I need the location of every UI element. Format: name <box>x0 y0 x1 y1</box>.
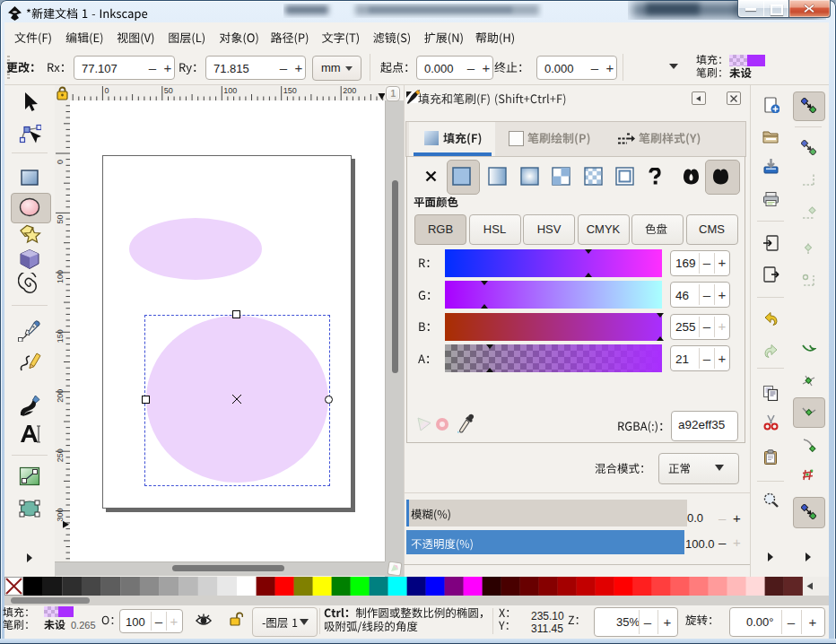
svg-text:100: 100 <box>223 86 237 95</box>
svg-text:100: 100 <box>56 270 65 283</box>
svg-text:50: 50 <box>164 86 173 95</box>
svg-text:200: 200 <box>343 86 356 95</box>
svg-text:0: 0 <box>56 160 65 164</box>
svg-text:200: 200 <box>56 389 65 403</box>
svg-text:150: 150 <box>283 86 297 95</box>
svg-text:150: 150 <box>56 329 65 343</box>
svg-text:50: 50 <box>56 214 65 223</box>
svg-text:0: 0 <box>104 86 109 95</box>
svg-text:250: 250 <box>56 448 65 462</box>
svg-text:300: 300 <box>56 509 65 522</box>
